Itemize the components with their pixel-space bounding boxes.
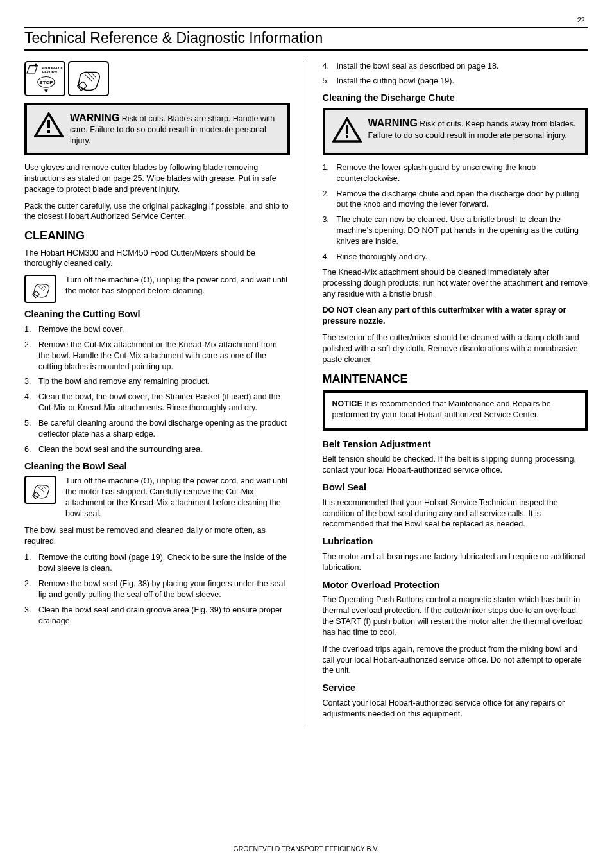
turn-off-text-2: Turn off the machine (O), unplug the pow… [65, 476, 290, 519]
clean-daily-para: The Hobart HCM300 and HCM450 Food Cutter… [24, 248, 290, 270]
warning-triangle-icon [332, 116, 362, 146]
belt-tension-para: Belt tension should be checked. If the b… [323, 454, 588, 476]
notice-title: NOTICE [332, 399, 362, 408]
warning-text: WARNING Risk of cuts. Blades are sharp. … [70, 111, 280, 146]
knead-clean-para: The Knead-Mix attachment should be clean… [323, 267, 588, 300]
list-item: Remove the bowl cover. [24, 324, 290, 335]
list-item: Remove the cutting bowl (page 19). Check… [24, 552, 290, 574]
clean-bowl-steps: Remove the bowl cover. Remove the Cut-Mi… [24, 324, 290, 455]
glove-instructions-para: Use gloves and remove cutter blades by f… [24, 162, 290, 195]
list-item: Clean the bowl seal and drain groove are… [24, 605, 290, 627]
bowl-seal-para: It is recommended that your Hobart Servi… [323, 498, 588, 530]
right-column: Install the bowl seal as described on pa… [303, 61, 588, 725]
warning-title: WARNING [368, 117, 418, 128]
warning-triangle-icon [34, 111, 64, 146]
turn-off-text-1: Turn off the machine (O), unplug the pow… [65, 275, 290, 297]
clean-bowl-heading: Cleaning the Cutting Bowl [24, 308, 290, 321]
svg-rect-10 [47, 130, 50, 133]
page-number: 22 [577, 15, 585, 25]
bowl-seal-heading: Bowl Seal [323, 482, 588, 494]
svg-line-12 [38, 285, 44, 291]
svg-line-7 [92, 73, 96, 78]
belt-tension-heading: Belt Tension Adjustment [323, 438, 588, 451]
turn-off-note-1: Turn off the machine (O), unplug the pow… [24, 275, 290, 303]
stop-text: STOP [39, 80, 53, 85]
pack-ship-para: Pack the cutter carefully, use the origi… [24, 201, 290, 223]
service-heading: Service [323, 682, 588, 695]
glove-icon [24, 476, 56, 504]
cleaning-heading: CLEANING [24, 228, 290, 243]
two-column-layout: AUTOMATIC RETURN STOP [24, 61, 588, 725]
exterior-clean-para: The exterior of the cutter/mixer should … [323, 333, 588, 365]
warning-box-cuts: WARNING Risk of cuts. Blades are sharp. … [24, 103, 290, 155]
return-text: RETURN [42, 70, 57, 74]
notice-box: NOTICE It is recommended that Maintenanc… [323, 390, 588, 431]
warning-title: WARNING [70, 112, 119, 123]
service-para: Contact your local Hobart-authorized ser… [323, 698, 588, 720]
glove-icon [24, 275, 56, 303]
clean-seal-steps: Remove the cutting bowl (page 19). Check… [24, 552, 290, 626]
page-title: Technical Reference & Diagnostic Informa… [24, 28, 588, 49]
list-item: Rinse thoroughly and dry. [323, 252, 588, 263]
auto-return-stop-icon: AUTOMATIC RETURN STOP [24, 61, 65, 96]
lubrication-heading: Lubrication [323, 535, 588, 548]
notice-body: It is recommended that Maintenance and R… [332, 399, 551, 419]
warning-box-hands: WARNING Risk of cuts. Keep hands away fr… [323, 108, 588, 155]
no-pressure-wash-para: DO NOT clean any part of this cutter/mix… [323, 305, 588, 327]
list-item: Remove the Cut-Mix attachment or the Kne… [24, 340, 290, 372]
svg-line-13 [41, 285, 45, 291]
list-item: Install the bowl seal as described on pa… [323, 61, 588, 72]
motor-overload-para2: If the overload trips again, remove the … [323, 644, 588, 677]
list-item: Remove the lower splash guard by unscrew… [323, 162, 588, 184]
clean-seal-heading: Cleaning the Bowl Seal [24, 460, 290, 473]
svg-line-16 [38, 486, 44, 492]
svg-rect-20 [346, 125, 348, 134]
svg-rect-9 [47, 120, 50, 128]
motor-overload-para1: The Operating Push Buttons control a mag… [323, 595, 588, 638]
svg-line-6 [88, 73, 94, 80]
list-item: Clean the bowl, the bowl cover, the Stra… [24, 392, 290, 413]
svg-line-5 [85, 73, 92, 83]
lubrication-para: The motor and all bearings are factory l… [323, 551, 588, 573]
warning-text: WARNING Risk of cuts. Keep hands away fr… [368, 116, 579, 146]
list-item: Clean the bowl seal and the surrounding … [24, 444, 290, 455]
svg-marker-3 [44, 89, 48, 93]
glove-icon [68, 61, 109, 96]
clean-chute-steps: Remove the lower splash guard by unscrew… [323, 162, 588, 263]
clean-seal-steps-cont: Install the bowl seal as described on pa… [323, 61, 588, 87]
list-item: Tip the bowl and remove any remaining pr… [24, 376, 290, 387]
maintenance-heading: MAINTENANCE [323, 371, 588, 386]
list-item: Remove the discharge chute and open the … [323, 189, 588, 211]
list-item: The chute can now be cleaned. Use a bris… [323, 214, 588, 247]
turn-off-note-2: Turn off the machine (O), unplug the pow… [24, 476, 290, 525]
left-column: AUTOMATIC RETURN STOP [24, 61, 303, 725]
header-rule-bottom [24, 49, 588, 51]
svg-rect-21 [346, 135, 348, 138]
seal-daily-para: The bowl seal must be removed and cleane… [24, 525, 290, 547]
list-item: Install the cutting bowl (page 19). [323, 76, 588, 87]
clean-chute-heading: Cleaning the Discharge Chute [323, 92, 588, 105]
list-item: Be careful cleaning around the bowl disc… [24, 418, 290, 440]
motor-overload-heading: Motor Overload Protection [323, 579, 588, 592]
svg-line-17 [41, 485, 45, 491]
list-item: Remove the bowl seal (Fig. 38) by placin… [24, 578, 290, 600]
symbol-icons-row: AUTOMATIC RETURN STOP [24, 61, 290, 96]
